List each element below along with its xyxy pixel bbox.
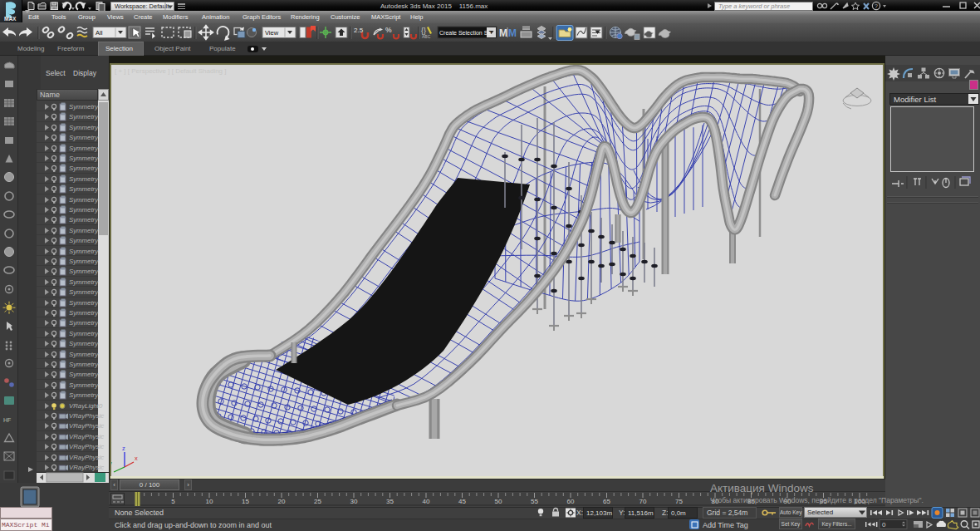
svg-text:10: 10	[206, 498, 213, 505]
svg-text:65: 65	[603, 498, 610, 505]
svg-text:y: y	[109, 460, 112, 467]
svg-text:x: x	[135, 455, 138, 462]
svg-text:z: z	[122, 445, 125, 452]
svg-text:20: 20	[278, 498, 286, 505]
svg-text:60: 60	[567, 498, 575, 505]
svg-text:MAX: MAX	[4, 16, 17, 22]
svg-text:40: 40	[423, 498, 430, 505]
svg-text:15: 15	[242, 498, 249, 505]
svg-text:30: 30	[350, 498, 358, 505]
svg-text:[ + ] [ Perspective ] [ Defaul: [ + ] [ Perspective ] [ Default Shading …	[115, 67, 227, 75]
svg-text:70: 70	[639, 498, 647, 505]
svg-text:45: 45	[458, 498, 466, 505]
svg-text:5: 5	[171, 498, 175, 505]
svg-text:75: 75	[675, 498, 683, 505]
svg-text:55: 55	[531, 498, 538, 505]
svg-text:0: 0	[882, 521, 886, 529]
svg-text:50: 50	[495, 498, 502, 505]
svg-text:25: 25	[314, 498, 321, 505]
svg-text:35: 35	[386, 498, 394, 505]
